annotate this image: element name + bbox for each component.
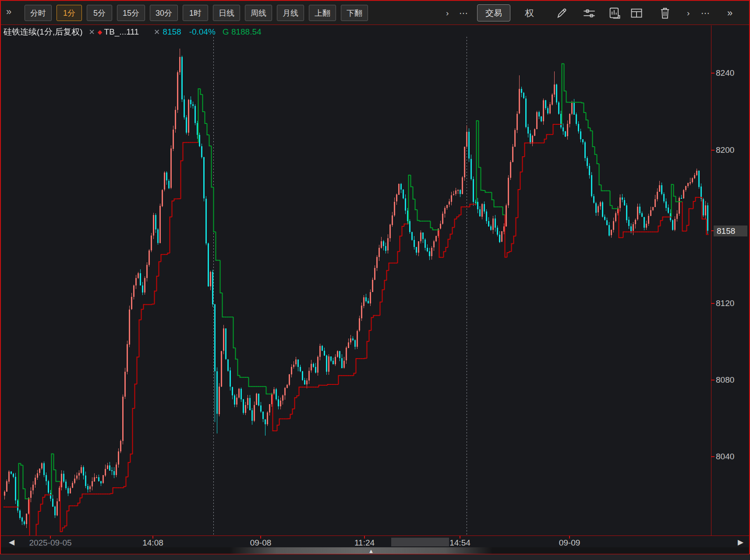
layout-icon[interactable]: [630, 1, 643, 25]
price-tick: [711, 303, 715, 304]
rights-adjust-button[interactable]: 权: [525, 1, 534, 25]
time-axis[interactable]: ◀ ▶ ▲ 2025-09-0514:0809-0811:2414:5409-0…: [1, 535, 749, 553]
price-tick-label: 8120: [716, 299, 734, 308]
toolbar: » 分时1分5分15分30分1时日线周线月线上翻下翻 › ⋯ 交易 权: [1, 1, 749, 25]
outer-bottom-strip: [0, 554, 750, 560]
scroll-left-arrow[interactable]: ◀: [9, 538, 14, 547]
indicator-label: TB_...111: [104, 27, 139, 37]
last-price-marker: 8158: [714, 225, 747, 236]
chart-scrollbar-thumb[interactable]: [230, 547, 493, 554]
chart-scrollbar-track[interactable]: ▲: [1, 547, 749, 554]
legend-g-value: G 8188.54: [223, 27, 262, 37]
trading-terminal-window: » 分时1分5分15分30分1时日线周线月线上翻下翻 › ⋯ 交易 权: [0, 0, 750, 554]
timeframe-button-周线[interactable]: 周线: [245, 5, 272, 21]
timeframe-button-1分[interactable]: 1分: [57, 5, 82, 21]
chevron-right-icon[interactable]: ›: [446, 1, 449, 25]
timeframe-button-下翻[interactable]: 下翻: [341, 5, 368, 21]
price-tick-label: 8200: [716, 145, 734, 155]
pencil-icon[interactable]: [555, 1, 568, 25]
order-panel-icon[interactable]: [608, 1, 621, 25]
ellipsis-icon[interactable]: ⋯: [459, 1, 468, 25]
timeframe-button-15分[interactable]: 15分: [117, 5, 145, 21]
close-icon[interactable]: ✕: [89, 28, 95, 37]
price-axis[interactable]: 824082008120808080408158: [711, 25, 749, 535]
scroll-right-arrow[interactable]: ▶: [738, 538, 743, 547]
legend-last-price: 8158: [163, 27, 181, 37]
timeframe-button-日线[interactable]: 日线: [213, 5, 240, 21]
price-tick: [711, 150, 715, 151]
expand-right-icon[interactable]: »: [727, 1, 732, 25]
timeframe-button-1时[interactable]: 1时: [183, 5, 208, 21]
instrument-title: 硅铁连续(1分,后复权): [4, 26, 83, 38]
time-tick-label: 09-09: [559, 538, 580, 548]
ellipsis-icon-2[interactable]: ⋯: [701, 1, 710, 25]
axis-highlight-box[interactable]: [391, 538, 449, 546]
price-tick: [711, 380, 715, 380]
indicator-diamond-icon: ◆: [98, 28, 103, 35]
timeframe-button-分时[interactable]: 分时: [25, 5, 52, 21]
candlestick-chart-canvas[interactable]: [1, 25, 711, 535]
price-tick: [711, 73, 715, 74]
chart-region: 硅铁连续(1分,后复权) ✕ ◆ TB_...111 ✕ 8158 -0.04%…: [1, 25, 711, 535]
price-tick-label: 8240: [716, 68, 734, 78]
timeframe-button-月线[interactable]: 月线: [277, 5, 304, 21]
expand-left-icon[interactable]: »: [6, 6, 11, 18]
price-tick: [711, 456, 715, 457]
time-tick-label: 09-08: [250, 538, 272, 548]
scrollbar-handle-icon[interactable]: ▲: [368, 548, 374, 554]
chevron-right-icon-2[interactable]: ›: [687, 1, 690, 25]
time-tick-label: 14:54: [449, 538, 471, 548]
chart-legend: 硅铁连续(1分,后复权) ✕ ◆ TB_...111 ✕ 8158 -0.04%…: [4, 26, 262, 38]
time-tick-label: 2025-09-05: [29, 538, 71, 548]
timeframe-button-30分[interactable]: 30分: [150, 5, 178, 21]
trash-icon[interactable]: [659, 1, 671, 25]
price-tick-label: 8080: [716, 375, 734, 385]
sliders-icon[interactable]: [583, 1, 596, 25]
time-tick-label: 11:24: [354, 538, 375, 548]
timeframe-button-上翻[interactable]: 上翻: [309, 5, 336, 21]
timeframe-button-5分[interactable]: 5分: [87, 5, 112, 21]
close-icon-2[interactable]: ✕: [154, 28, 160, 37]
trade-button[interactable]: 交易: [477, 4, 510, 21]
time-tick-label: 14:08: [142, 538, 163, 548]
price-tick-label: 8040: [716, 452, 734, 461]
legend-change-pct: -0.04%: [189, 27, 216, 37]
timeframe-button-group: 分时1分5分15分30分1时日线周线月线上翻下翻: [25, 5, 368, 21]
